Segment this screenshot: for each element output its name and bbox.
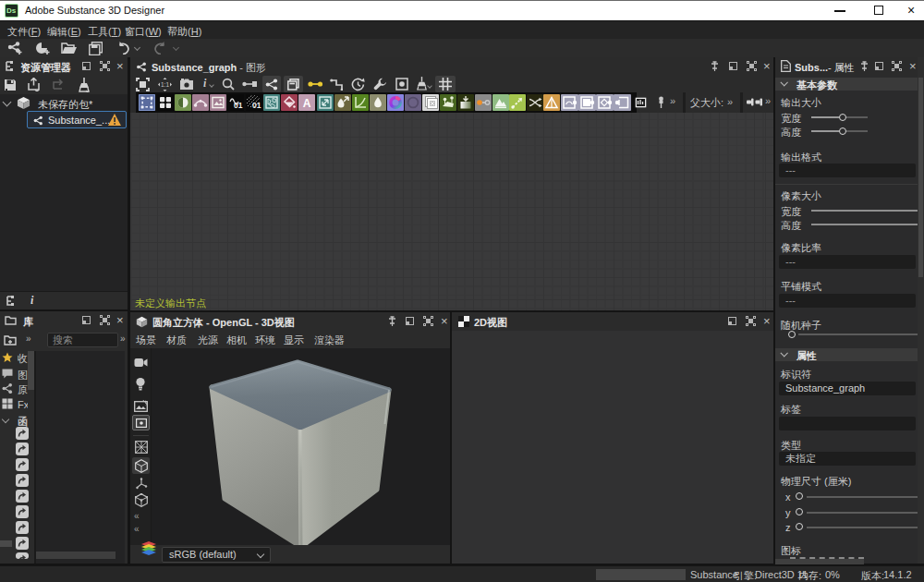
svg-text:A: A xyxy=(303,97,311,110)
svg-text:01: 01 xyxy=(234,101,243,110)
svg-text:01: 01 xyxy=(252,101,261,110)
svg-text:1:1: 1:1 xyxy=(161,81,169,88)
